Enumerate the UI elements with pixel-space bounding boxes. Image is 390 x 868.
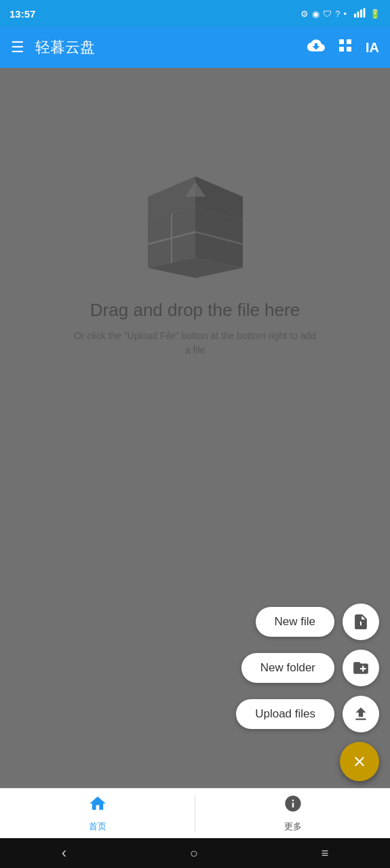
nav-label-home: 首页 [89, 821, 106, 833]
upload-files-label[interactable]: Upload files [236, 699, 334, 729]
dot-icon: • [343, 9, 347, 19]
android-menu-button[interactable]: ≡ [321, 846, 329, 861]
new-folder-button[interactable] [343, 650, 379, 686]
app-title: 轻暮云盘 [35, 37, 307, 58]
sort-icon[interactable]: IA [366, 40, 379, 56]
shield-icon: 🛡 [323, 9, 332, 19]
app-bar-actions: IA [307, 37, 379, 58]
svg-rect-2 [360, 9, 362, 18]
status-bar: 13:57 ⚙ ◉ 🛡 ? • 🔋 [0, 0, 390, 27]
settings-icon: ⚙ [300, 9, 309, 19]
new-file-button[interactable] [343, 604, 379, 640]
home-icon [88, 794, 107, 818]
new-folder-label[interactable]: New folder [241, 653, 334, 683]
fab-menu: New file New folder U [236, 604, 379, 781]
nav-item-home[interactable]: 首页 [0, 789, 195, 838]
fab-main-row [340, 742, 379, 781]
fab-new-folder-row: New folder [241, 650, 379, 686]
svg-rect-1 [357, 12, 359, 18]
empty-state-icon [128, 156, 263, 281]
nav-label-more: 更多 [284, 821, 302, 833]
svg-rect-0 [354, 14, 356, 18]
nav-item-more[interactable]: 更多 [195, 789, 390, 838]
fab-main-button[interactable] [340, 742, 379, 781]
app-bar: ☰ 轻暮云盘 IA [0, 27, 390, 68]
help-icon: ? [335, 9, 340, 19]
menu-button[interactable]: ☰ [11, 40, 24, 55]
main-content: Drag and drop the file here Or click the… [0, 68, 390, 788]
more-icon [284, 794, 303, 818]
status-icons: ⚙ ◉ 🛡 ? • 🔋 [300, 8, 381, 20]
android-nav: ‹ ○ ≡ [0, 838, 390, 868]
empty-title: Drag and drop the file here [90, 300, 300, 321]
signal-icon [354, 8, 366, 18]
empty-subtitle: Or click the "Upload File" button at the… [73, 329, 317, 357]
bottom-nav: 首页 更多 [0, 788, 390, 838]
upload-files-button[interactable] [343, 696, 379, 732]
fab-upload-row: Upload files [236, 696, 379, 732]
android-back-button[interactable]: ‹ [62, 844, 66, 862]
cloud-download-icon[interactable] [307, 37, 325, 58]
location-icon: ◉ [312, 9, 319, 19]
fab-new-file-row: New file [256, 604, 379, 640]
svg-rect-3 [364, 8, 366, 18]
new-file-label[interactable]: New file [256, 607, 334, 637]
battery-icon: 🔋 [370, 9, 381, 19]
android-home-button[interactable]: ○ [190, 846, 198, 861]
status-time: 13:57 [9, 8, 35, 20]
empty-state: Drag and drop the file here Or click the… [73, 156, 317, 357]
grid-icon[interactable] [337, 37, 353, 58]
